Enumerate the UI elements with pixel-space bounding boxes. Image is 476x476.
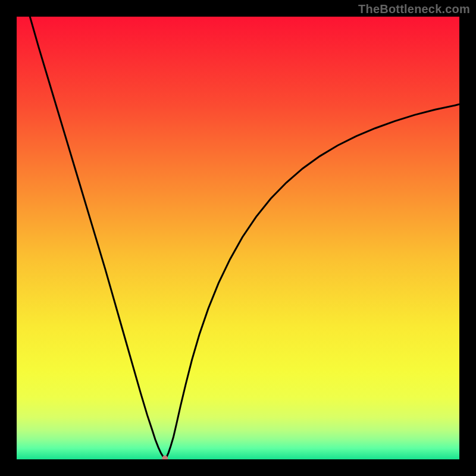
- attribution-label: TheBottleneck.com: [358, 2, 470, 16]
- bottleneck-chart: [17, 17, 459, 459]
- chart-frame: TheBottleneck.com: [0, 0, 476, 476]
- plot-area: [17, 17, 459, 459]
- gradient-background: [17, 17, 459, 459]
